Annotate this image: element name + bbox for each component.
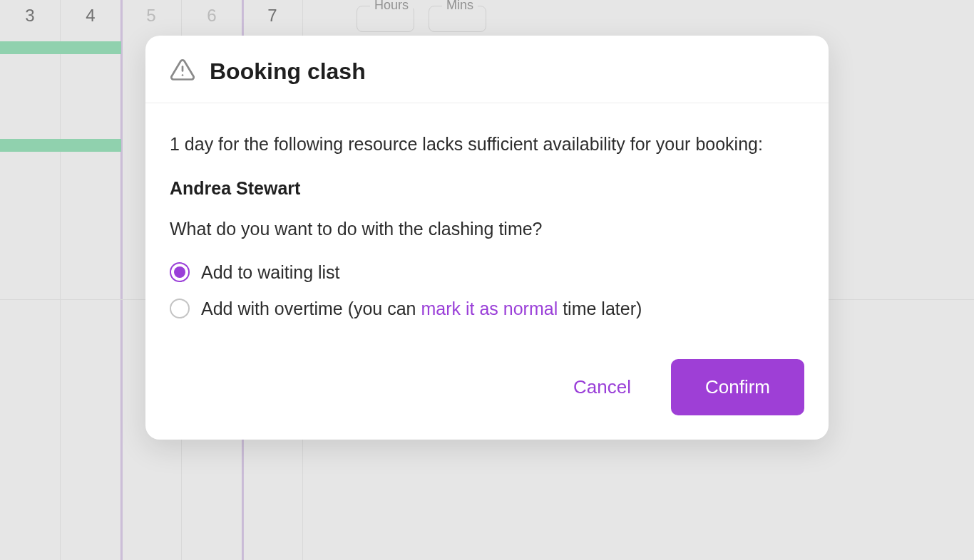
option-label: Add to waiting list: [201, 262, 340, 283]
clash-prompt: What do you want to do with the clashing…: [170, 219, 804, 239]
option-text-suffix: time later): [558, 299, 642, 318]
clash-options-group: Add to waiting list Add with overtime (y…: [170, 262, 804, 319]
warning-icon: [170, 57, 195, 85]
radio-icon: [170, 299, 190, 318]
option-text-prefix: Add with overtime (you can: [201, 299, 421, 318]
cancel-button[interactable]: Cancel: [559, 368, 645, 407]
dialog-footer: Cancel Confirm: [145, 333, 829, 440]
clash-description: 1 day for the following resource lacks s…: [170, 130, 804, 158]
dialog-body: 1 day for the following resource lacks s…: [145, 103, 829, 333]
option-label: Add with overtime (you can mark it as no…: [201, 299, 642, 319]
confirm-button[interactable]: Confirm: [671, 359, 804, 415]
dialog-title: Booking clash: [210, 58, 366, 85]
dialog-header: Booking clash: [145, 36, 829, 103]
booking-clash-dialog: Booking clash 1 day for the following re…: [145, 36, 829, 440]
option-overtime[interactable]: Add with overtime (you can mark it as no…: [170, 299, 804, 319]
resource-name: Andrea Stewart: [170, 178, 804, 199]
mark-normal-link[interactable]: mark it as normal: [421, 299, 558, 318]
radio-icon: [170, 262, 190, 282]
option-waiting-list[interactable]: Add to waiting list: [170, 262, 804, 283]
